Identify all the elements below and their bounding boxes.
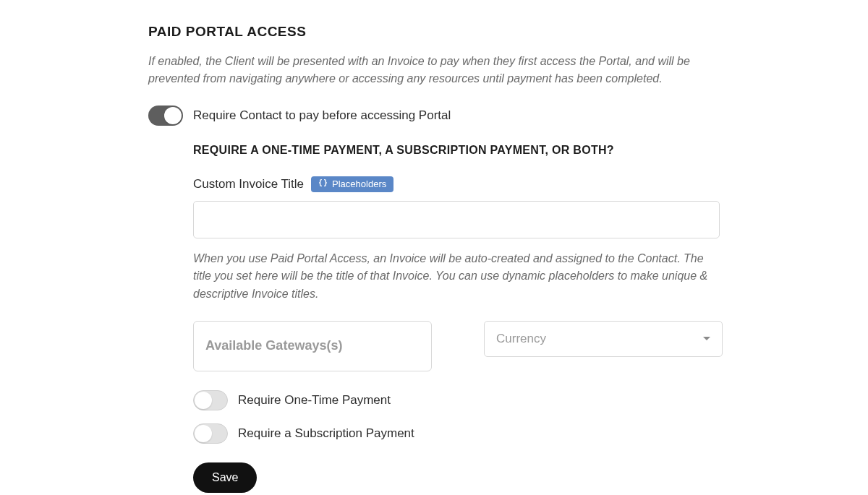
available-gateways-placeholder: Available Gateways(s) — [205, 336, 342, 356]
subscription-payment-label: Require a Subscription Payment — [238, 424, 414, 443]
chevron-down-icon — [703, 337, 710, 340]
gateway-currency-row: Available Gateways(s) Currency — [193, 321, 720, 371]
require-payment-label: Require Contact to pay before accessing … — [193, 106, 451, 125]
currency-placeholder: Currency — [496, 330, 546, 348]
require-payment-toggle[interactable] — [148, 106, 183, 126]
payment-type-heading: REQUIRE A ONE-TIME PAYMENT, A SUBSCRIPTI… — [193, 142, 720, 159]
subscription-payment-toggle[interactable] — [193, 423, 228, 444]
toggle-knob — [164, 107, 182, 124]
section-description: If enabled, the Client will be presented… — [148, 53, 720, 89]
invoice-title-input[interactable] — [193, 201, 720, 238]
require-payment-toggle-row: Require Contact to pay before accessing … — [148, 106, 720, 126]
invoice-title-label-row: Custom Invoice Title Placeholders — [193, 175, 720, 194]
one-time-payment-label: Require One-Time Payment — [238, 391, 391, 410]
braces-icon — [318, 178, 328, 190]
save-button[interactable]: Save — [193, 462, 257, 493]
available-gateways-select[interactable]: Available Gateways(s) — [193, 321, 432, 371]
currency-select[interactable]: Currency — [484, 321, 723, 357]
placeholders-button-label: Placeholders — [332, 178, 386, 189]
payment-settings-panel: REQUIRE A ONE-TIME PAYMENT, A SUBSCRIPTI… — [148, 142, 720, 493]
subscription-payment-row: Require a Subscription Payment — [193, 423, 720, 444]
toggle-knob — [195, 425, 212, 442]
section-title: PAID PORTAL ACCESS — [148, 22, 720, 43]
invoice-title-help: When you use Paid Portal Access, an Invo… — [193, 250, 720, 304]
one-time-payment-toggle[interactable] — [193, 390, 228, 410]
paid-portal-access-section: PAID PORTAL ACCESS If enabled, the Clien… — [148, 0, 720, 495]
toggle-knob — [195, 392, 212, 409]
one-time-payment-row: Require One-Time Payment — [193, 390, 720, 410]
invoice-title-label: Custom Invoice Title — [193, 175, 304, 194]
placeholders-button[interactable]: Placeholders — [311, 176, 393, 192]
